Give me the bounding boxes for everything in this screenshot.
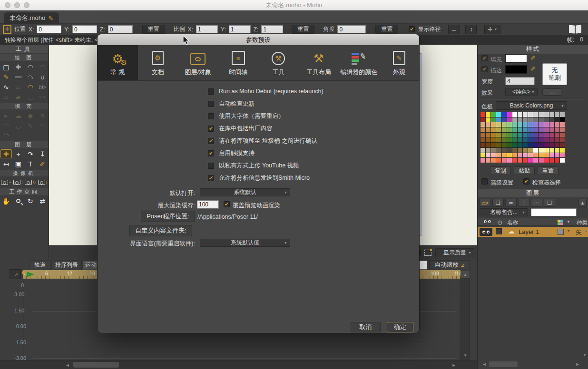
- palette-color-swatch[interactable]: [544, 148, 549, 153]
- palette-color-swatch[interactable]: [549, 158, 554, 163]
- playhead-knob[interactable]: [22, 271, 25, 274]
- palette-color-swatch[interactable]: [560, 143, 565, 147]
- palette-color-swatch[interactable]: [560, 127, 565, 132]
- palette-color-swatch[interactable]: [502, 127, 507, 132]
- palette-color-swatch[interactable]: [507, 122, 512, 127]
- palette-color-swatch[interactable]: [502, 158, 507, 163]
- palette-color-swatch[interactable]: [523, 158, 528, 163]
- delete-layer-button[interactable]: ▯: [518, 199, 529, 207]
- shear-points-tool[interactable]: ▰: [12, 92, 25, 102]
- delete-shape-tool[interactable]: ✕: [37, 110, 49, 120]
- palette-color-swatch[interactable]: [533, 137, 538, 142]
- palette-color-swatch[interactable]: [533, 127, 538, 132]
- angle-input[interactable]: [337, 25, 366, 33]
- palette-color-swatch[interactable]: [496, 133, 501, 137]
- layers-scrollbar-thumb[interactable]: [489, 361, 518, 367]
- copy-style-button[interactable]: 复制: [490, 166, 511, 175]
- zoom-workspace-tool[interactable]: [12, 196, 25, 206]
- preference-checkbox[interactable]: ✔: [208, 163, 214, 169]
- palette-color-swatch[interactable]: [549, 133, 554, 137]
- camera-roll-tool[interactable]: ↻: [24, 177, 37, 187]
- layers-scroll-left-button[interactable]: ◄: [480, 360, 489, 368]
- override-preview-checkbox[interactable]: ✔: [224, 201, 230, 207]
- palette-color-swatch[interactable]: [480, 117, 485, 122]
- fill-eyedropper-icon[interactable]: ✎: [529, 55, 536, 60]
- curve-profile-tool[interactable]: ◠: [37, 120, 49, 130]
- hide-edge-tool[interactable]: ◡: [12, 120, 25, 130]
- dialog-tab-timeline[interactable]: ≡时间轴: [218, 45, 259, 80]
- preference-checkbox[interactable]: ✔: [208, 101, 214, 107]
- palette-color-swatch[interactable]: [528, 127, 533, 132]
- preference-checkbox[interactable]: ✔: [208, 150, 214, 156]
- palette-color-swatch[interactable]: [544, 133, 549, 137]
- palette-color-swatch[interactable]: [560, 112, 565, 117]
- palette-color-swatch[interactable]: [480, 153, 485, 158]
- palette-color-swatch[interactable]: [539, 158, 543, 163]
- palette-color-swatch[interactable]: [544, 117, 549, 122]
- palette-color-swatch[interactable]: [512, 158, 517, 163]
- palette-color-swatch[interactable]: [533, 133, 538, 137]
- insert-layer-tool[interactable]: ↧: [37, 149, 49, 159]
- orbit-workspace-tool[interactable]: ⇄: [37, 196, 49, 206]
- palette-color-swatch[interactable]: [523, 117, 528, 122]
- eyedropper-tool[interactable]: ✐: [37, 159, 49, 169]
- palette-color-swatch[interactable]: [512, 153, 517, 158]
- palette-color-swatch[interactable]: [523, 133, 528, 137]
- palette-color-swatch[interactable]: [560, 117, 565, 122]
- timeline-tab[interactable]: 轨道: [29, 260, 50, 270]
- dialog-tab-colors[interactable]: ✎编辑器的颜色: [339, 45, 379, 80]
- close-window-button[interactable]: [5, 2, 10, 8]
- palette-color-swatch[interactable]: [560, 158, 565, 163]
- palette-color-swatch[interactable]: [539, 137, 543, 142]
- palette-color-swatch[interactable]: [555, 143, 559, 147]
- chevron-down-icon[interactable]: ▼: [567, 220, 570, 224]
- render-cache-input[interactable]: 100: [197, 200, 219, 209]
- palette-color-swatch[interactable]: [512, 133, 517, 137]
- palette-color-swatch[interactable]: [549, 122, 554, 127]
- dialog-tab-gears[interactable]: ⚙⚙常 规: [98, 45, 138, 80]
- palette-color-swatch[interactable]: [491, 133, 496, 137]
- palette-color-swatch[interactable]: [496, 112, 501, 117]
- display-quality-dropdown[interactable]: 显示质量 ▼: [435, 248, 474, 257]
- palette-color-swatch[interactable]: [496, 122, 501, 127]
- palette-color-swatch[interactable]: [496, 143, 501, 147]
- palette-color-swatch[interactable]: [528, 153, 533, 158]
- palette-color-swatch[interactable]: [549, 127, 554, 132]
- palette-color-swatch[interactable]: [518, 117, 522, 122]
- scale-y-input[interactable]: [229, 25, 251, 33]
- palette-color-swatch[interactable]: [480, 143, 485, 147]
- palette-color-swatch[interactable]: [486, 153, 490, 158]
- rotate-workspace-tool[interactable]: ↻: [24, 196, 37, 206]
- palette-color-swatch[interactable]: [507, 127, 512, 132]
- preference-checkbox[interactable]: ✔: [208, 113, 214, 119]
- palette-color-swatch[interactable]: [544, 143, 549, 147]
- dialog-tab-toollayout[interactable]: ⚒工具布局: [299, 45, 339, 80]
- palette-color-swatch[interactable]: [502, 122, 507, 127]
- scroll-left-button[interactable]: ◄: [63, 361, 72, 369]
- duplicate-layer-tool[interactable]: ▣: [12, 159, 25, 169]
- document-tab[interactable]: 未命名.moho ✎: [4, 12, 59, 24]
- maximize-window-button[interactable]: [24, 2, 29, 8]
- line-width-tool[interactable]: ◠: [0, 120, 12, 130]
- curvature-tool[interactable]: ◠: [24, 82, 37, 92]
- magnet-tool[interactable]: ∪: [37, 72, 49, 82]
- palette-color-swatch[interactable]: [533, 112, 538, 117]
- layer-label-color-swatch[interactable]: [558, 229, 564, 235]
- palette-color-swatch[interactable]: [518, 122, 522, 127]
- camera-pan-tilt-tool[interactable]: ): [37, 177, 49, 187]
- library-book-icon[interactable]: [569, 25, 581, 34]
- palette-color-swatch[interactable]: [491, 143, 496, 147]
- reset-scale-button[interactable]: 重置: [292, 25, 314, 34]
- palette-color-swatch[interactable]: [523, 127, 528, 132]
- palette-color-swatch[interactable]: [560, 137, 565, 142]
- palette-color-swatch[interactable]: [539, 148, 543, 153]
- palette-color-swatch[interactable]: [512, 122, 517, 127]
- curve-exposure-tool[interactable]: ◠: [37, 62, 49, 72]
- rotate-layer-tool[interactable]: ↷: [24, 149, 37, 159]
- palette-color-swatch[interactable]: [486, 122, 490, 127]
- palette-color-swatch[interactable]: [560, 153, 565, 158]
- palette-color-swatch[interactable]: [555, 133, 559, 137]
- select-points-tool[interactable]: ▢: [0, 62, 12, 72]
- palette-color-swatch[interactable]: [480, 137, 485, 142]
- palette-color-swatch[interactable]: [549, 112, 554, 117]
